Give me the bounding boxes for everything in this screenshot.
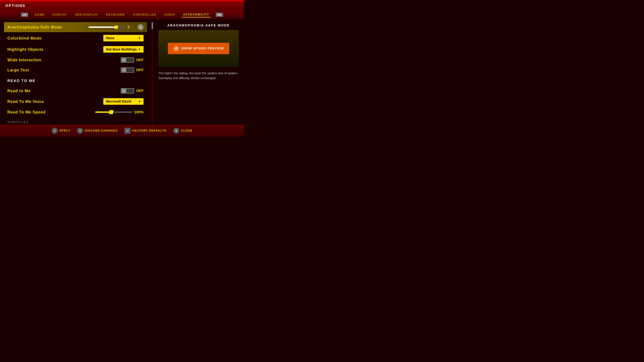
info-preview-area: SHOW SPIDER PREVIEW xyxy=(158,30,239,67)
wide-interaction-toggle-knob xyxy=(122,58,126,62)
read-to-me-section-label: READ TO ME xyxy=(8,79,36,83)
read-to-me-voice-label: Read To Me Voice xyxy=(8,99,103,104)
settings-panel: Arachnophobia Safe Mode 5 A Colorblind M… xyxy=(0,19,151,125)
read-to-me-label: Read to Me xyxy=(8,88,121,93)
tab-keyboard[interactable]: KEYBOARD xyxy=(105,12,126,17)
factory-defaults-action[interactable]: LT FACTORY DEFAULTS xyxy=(124,128,166,134)
setting-row-colorblind[interactable]: Colorblind Mode None ▼ xyxy=(4,33,147,43)
tab-audio[interactable]: AUDIO xyxy=(163,12,176,17)
tab-display[interactable]: DISPLAY xyxy=(51,12,68,17)
arachnophobia-value: 5 xyxy=(128,25,134,29)
top-accent-bar xyxy=(0,0,244,1)
read-to-me-speed-slider-track[interactable] xyxy=(95,111,132,113)
large-text-toggle-knob xyxy=(122,68,126,72)
large-text-toggle-circle xyxy=(123,69,125,71)
tab-game[interactable]: GAME xyxy=(33,12,46,17)
apply-action[interactable]: X APPLY xyxy=(52,128,70,134)
spider-icon xyxy=(173,45,179,51)
read-to-me-toggle-knob xyxy=(122,89,126,93)
lt-button[interactable]: LT xyxy=(124,128,130,134)
page-title: OPTIONS xyxy=(5,3,26,8)
read-to-me-speed-slider-fill xyxy=(95,111,110,113)
setting-row-arachnophobia[interactable]: Arachnophobia Safe Mode 5 A xyxy=(4,22,147,32)
show-spider-preview-label: SHOW SPIDER PREVIEW xyxy=(181,47,224,50)
read-to-me-speed-label: Read To Me Speed xyxy=(8,110,95,114)
info-description: The higher the setting, the lower the sp… xyxy=(158,71,239,81)
wide-interaction-value: OFF xyxy=(136,58,144,62)
read-to-me-voice-value: Microsoft David xyxy=(106,99,131,103)
nav-bar: LB GAME DISPLAY HDR DISPLAY KEYBOARD CON… xyxy=(0,10,244,19)
b-button[interactable]: B xyxy=(173,128,179,134)
read-to-me-voice-dropdown-arrow: ▼ xyxy=(138,100,141,103)
scrollbar-container xyxy=(151,19,153,125)
bottom-bar: X APPLY Y DISCARD CHANGES LT FACTORY DEF… xyxy=(0,125,244,137)
colorblind-label: Colorblind Mode xyxy=(8,36,103,40)
arachnophobia-label: Arachnophobia Safe Mode xyxy=(8,25,88,29)
wide-interaction-toggle-circle xyxy=(123,59,125,61)
scrollbar-thumb[interactable] xyxy=(152,22,153,29)
info-panel: ARACHNOPHOBIA SAFE MODE SHOW SPIDER PREV… xyxy=(153,19,244,125)
close-action[interactable]: B CLOSE xyxy=(173,128,192,134)
setting-row-read-to-me-speed[interactable]: Read To Me Speed 100% xyxy=(4,107,147,117)
highlight-dropdown-arrow: ▼ xyxy=(138,48,141,51)
show-spider-preview-button[interactable]: SHOW SPIDER PREVIEW xyxy=(168,43,229,54)
close-label: CLOSE xyxy=(181,129,192,132)
arachnophobia-slider-track[interactable] xyxy=(88,26,126,28)
setting-row-read-to-me-voice[interactable]: Read To Me Voice Microsoft David ▼ xyxy=(4,96,147,107)
read-to-me-value: OFF xyxy=(136,89,144,93)
y-button[interactable]: Y xyxy=(77,128,83,134)
arachnophobia-slider-thumb[interactable] xyxy=(114,25,118,29)
large-text-toggle[interactable] xyxy=(121,67,134,73)
read-to-me-speed-slider-thumb[interactable] xyxy=(109,110,114,114)
setting-row-wide-interaction[interactable]: Wide Interaction OFF xyxy=(4,55,147,65)
nav-lb-button[interactable]: LB xyxy=(21,13,28,17)
scrollbar[interactable] xyxy=(152,21,153,125)
read-to-me-toggle[interactable] xyxy=(121,88,134,93)
nav-rb-button[interactable]: RB xyxy=(216,13,223,17)
subtitles-label: SUBTITLES xyxy=(8,120,29,124)
large-text-value: OFF xyxy=(136,68,144,72)
x-button[interactable]: X xyxy=(52,128,58,134)
info-title: ARACHNOPHOBIA SAFE MODE xyxy=(158,23,239,27)
colorblind-dropdown-arrow: ▼ xyxy=(138,37,141,40)
tab-controller[interactable]: CONTROLLER xyxy=(132,12,158,17)
factory-defaults-label: FACTORY DEFAULTS xyxy=(132,129,166,132)
read-to-me-voice-dropdown[interactable]: Microsoft David ▼ xyxy=(103,98,144,105)
read-to-me-toggle-container: OFF xyxy=(121,88,144,93)
colorblind-dropdown[interactable]: None ▼ xyxy=(103,35,144,41)
setting-row-highlight[interactable]: Highlight Objects Not Base Buildings ▼ xyxy=(4,44,147,55)
setting-row-large-text[interactable]: Large Text OFF xyxy=(4,65,147,75)
highlight-dropdown[interactable]: Not Base Buildings ▼ xyxy=(103,46,144,53)
tab-accessibility[interactable]: ACCESSIBILITY xyxy=(182,12,210,17)
tab-hdr-display[interactable]: HDR DISPLAY xyxy=(74,12,99,17)
apply-label: APPLY xyxy=(59,129,70,132)
large-text-toggle-container: OFF xyxy=(121,67,144,73)
large-text-label: Large Text xyxy=(8,68,121,72)
title-bar: OPTIONS xyxy=(0,1,244,10)
wide-interaction-toggle-container: OFF xyxy=(121,57,144,63)
read-to-me-toggle-circle xyxy=(123,90,125,92)
discard-label: DISCARD CHANGES xyxy=(85,129,118,132)
highlight-value: Not Base Buildings xyxy=(106,47,137,51)
highlight-label: Highlight Objects xyxy=(8,47,103,52)
read-to-me-speed-value: 100% xyxy=(134,110,144,114)
section-subtitles: SUBTITLES xyxy=(4,117,147,125)
wide-interaction-toggle[interactable] xyxy=(121,57,134,63)
a-button[interactable]: A xyxy=(138,24,144,30)
setting-row-read-to-me[interactable]: Read to Me OFF xyxy=(4,86,147,95)
colorblind-value: None xyxy=(106,36,114,40)
read-to-me-speed-slider-container: 100% xyxy=(95,110,144,114)
section-read-to-me: READ TO ME xyxy=(4,76,147,85)
wide-interaction-label: Wide Interaction xyxy=(8,58,121,62)
arachnophobia-slider-fill xyxy=(88,26,116,28)
main-content: Arachnophobia Safe Mode 5 A Colorblind M… xyxy=(0,19,244,125)
discard-action[interactable]: Y DISCARD CHANGES xyxy=(77,128,118,134)
arachnophobia-slider-container: 5 A xyxy=(88,24,144,30)
